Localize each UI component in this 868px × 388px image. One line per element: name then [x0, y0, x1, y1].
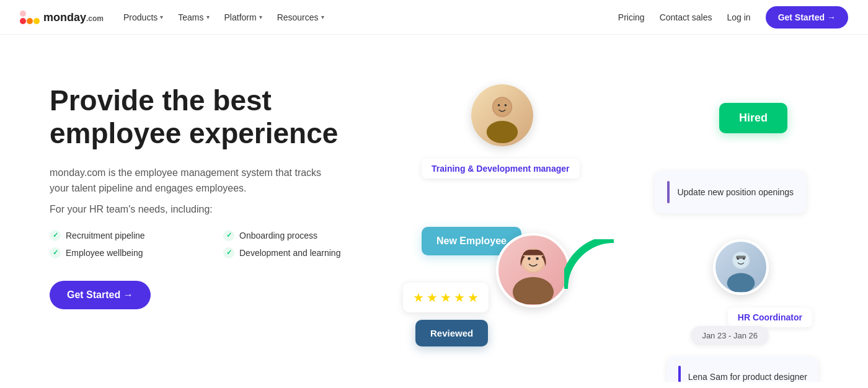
- svg-point-12: [528, 257, 530, 260]
- chevron-down-icon: ▾: [206, 14, 210, 20]
- svg-point-10: [513, 277, 554, 304]
- check-icon: [223, 230, 234, 241]
- svg-point-8: [505, 104, 507, 107]
- nav-item-products[interactable]: Products ▾: [123, 12, 163, 22]
- update-task-card: Update new position openings: [655, 171, 806, 213]
- avatar-man-top: [471, 84, 533, 146]
- navbar-left: monday.com Products ▾ Teams ▾ Platform ▾…: [20, 10, 324, 24]
- logo[interactable]: monday.com: [20, 10, 104, 24]
- hero-get-started-button[interactable]: Get Started →: [50, 281, 151, 309]
- navbar-right: Pricing Contact sales Log in Get Started…: [618, 6, 848, 29]
- svg-point-1: [27, 18, 33, 24]
- lena-task-card: Lena Sam for product designer: [667, 357, 818, 382]
- hero-left: Provide the best employee experience mon…: [50, 72, 372, 309]
- stars-container: ★ ★ ★ ★ ★: [413, 290, 479, 305]
- lena-task-text: Lena Sam for product designer: [688, 372, 807, 382]
- avatar-man-right: [713, 239, 769, 295]
- svg-point-5: [487, 121, 518, 143]
- hero-for-label: For your HR team's needs, including:: [50, 204, 372, 215]
- arc-decoration: [564, 239, 614, 289]
- star-1: ★: [413, 290, 424, 305]
- task-bar-purple: [667, 181, 670, 203]
- nav-menu: Products ▾ Teams ▾ Platform ▾ Resources …: [123, 12, 324, 22]
- navbar: monday.com Products ▾ Teams ▾ Platform ▾…: [0, 0, 868, 35]
- chevron-down-icon: ▾: [321, 14, 324, 20]
- svg-point-6: [494, 98, 512, 116]
- training-label: Training & Development manager: [422, 159, 580, 179]
- nav-item-resources[interactable]: Resources ▾: [277, 12, 324, 22]
- feature-recruitment: Recruitment pipeline: [50, 230, 198, 241]
- check-icon: [223, 247, 234, 258]
- date-range: Jan 23 - Jan 26: [691, 326, 769, 345]
- reviewed-badge: Reviewed: [415, 320, 488, 346]
- svg-rect-19: [736, 256, 746, 259]
- logo-wordmark: monday.com: [43, 10, 104, 24]
- check-icon: [50, 230, 61, 241]
- task-bar-blue: [678, 366, 681, 382]
- chevron-down-icon: ▾: [259, 14, 262, 20]
- feature-onboarding: Onboarding process: [223, 230, 372, 241]
- feature-learning: Development and learning: [223, 247, 372, 258]
- hero-title: Provide the best employee experience: [50, 84, 372, 150]
- star-4: ★: [454, 290, 465, 305]
- navbar-get-started-button[interactable]: Get Started →: [766, 6, 848, 29]
- logo-icon: [20, 11, 40, 24]
- hero-illustration: Hired Training & Development manager Upd…: [397, 72, 818, 357]
- svg-point-13: [536, 257, 538, 260]
- hired-badge: Hired: [719, 103, 787, 133]
- svg-point-3: [20, 11, 26, 17]
- star-3: ★: [440, 290, 451, 305]
- chevron-down-icon: ▾: [160, 14, 163, 20]
- hero-subtitle: monday.com is the employee management sy…: [50, 165, 322, 196]
- svg-point-16: [733, 252, 749, 268]
- login-link[interactable]: Log in: [727, 12, 750, 22]
- hr-coordinator-label: HR Coordinator: [728, 307, 812, 327]
- nav-item-platform[interactable]: Platform ▾: [224, 12, 262, 22]
- features-grid: Recruitment pipeline Onboarding process …: [50, 230, 372, 258]
- svg-point-0: [20, 18, 26, 24]
- check-icon: [50, 247, 61, 258]
- svg-point-7: [498, 104, 500, 107]
- svg-point-15: [727, 273, 755, 292]
- feature-wellbeing: Employee wellbeing: [50, 247, 198, 258]
- star-2: ★: [427, 290, 438, 305]
- pricing-link[interactable]: Pricing: [618, 12, 645, 22]
- contact-sales-link[interactable]: Contact sales: [660, 12, 712, 22]
- star-5: ★: [467, 290, 479, 305]
- nav-item-teams[interactable]: Teams ▾: [178, 12, 209, 22]
- stars-rating: ★ ★ ★ ★ ★: [403, 283, 489, 312]
- avatar-woman: [496, 233, 570, 307]
- update-task-text: Update new position openings: [677, 187, 794, 197]
- hero-section: Provide the best employee experience mon…: [0, 35, 868, 382]
- svg-point-2: [33, 18, 40, 24]
